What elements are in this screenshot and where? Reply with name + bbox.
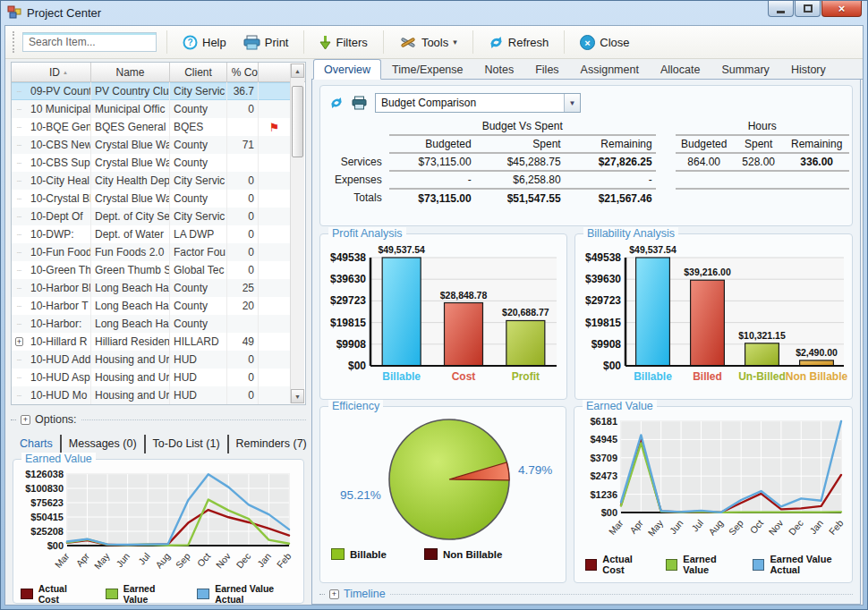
maximize-button[interactable] [795, 1, 821, 17]
svg-text:Oct: Oct [747, 518, 765, 536]
svg-text:Sep: Sep [727, 517, 745, 537]
table-row[interactable]: +10-Hillard RHilliard ResidenHILLARD49 [12, 333, 290, 351]
cell-flag [259, 172, 290, 190]
table-row[interactable]: ┄10-HUD AspHousing and UrHUD0 [12, 369, 290, 386]
table-row[interactable]: ┄10-Green ThGreen Thumb SGlobal Tec0 [12, 261, 290, 279]
minimize-icon [777, 11, 785, 13]
print-report-icon[interactable] [352, 96, 367, 110]
table-row[interactable]: ┄10-Harbor BlLong Beach HarCounty25 [12, 279, 290, 297]
scroll-up-button[interactable]: ▲ [291, 64, 304, 78]
chart-legend: Actual CostEarned ValueEarned Value Actu… [574, 552, 852, 575]
tab-summary[interactable]: Summary [711, 59, 779, 80]
svg-text:Dec: Dec [234, 551, 252, 571]
minimize-button[interactable] [768, 1, 794, 17]
grid-scrollbar[interactable]: ▲ ▼ [290, 64, 304, 403]
svg-text:Apr: Apr [73, 550, 91, 569]
search-input[interactable] [22, 32, 157, 52]
refresh-report-icon[interactable] [329, 96, 344, 110]
svg-text:$6181: $6181 [590, 416, 617, 427]
timeline-expand-icon[interactable]: + [329, 589, 339, 599]
table-row[interactable]: ┄10-BQE GenBQES GeneralBQES⚑ [12, 118, 290, 136]
toolbar-grip[interactable] [13, 31, 14, 53]
cell-flag [259, 136, 290, 154]
svg-text:Cost: Cost [452, 370, 476, 383]
column-header-name[interactable]: Name [91, 63, 170, 81]
svg-text:×: × [585, 37, 591, 47]
svg-text:Aug: Aug [706, 517, 725, 537]
table-row[interactable]: ┄10-HUD AddHousing and UrHUD0 [12, 351, 290, 369]
refresh-button[interactable]: Refresh [483, 31, 555, 54]
cell-name: Housing and Ur [91, 386, 170, 404]
svg-text:$49,537.54: $49,537.54 [629, 244, 677, 255]
table-row[interactable]: ┄10-CBS NewCrystal Blue WaCounty71 [12, 136, 290, 154]
close-window-button[interactable]: × [821, 1, 862, 17]
cell-flag [259, 351, 290, 369]
cell-percent-complete: 0 [227, 243, 259, 261]
cell-flag [259, 369, 290, 386]
earned-value-left-svg: $00$25208$50415$75623$100830$126038MarAp… [19, 469, 296, 578]
efficiency-svg: 95.21%4.79% [326, 416, 560, 543]
efficiency-pie-chart: 95.21%4.79% [320, 407, 566, 546]
table-row[interactable]: ┄10-Crystal BlCrystal Blue WaCounty0 [12, 190, 290, 208]
column-header-co[interactable]: % Co [227, 63, 259, 81]
svg-text:4.79%: 4.79% [518, 463, 552, 477]
tab-to-do[interactable]: To-Do List (1) [146, 435, 229, 453]
cell-name: Housing and Ur [91, 351, 170, 369]
table-row[interactable]: ┄10-Dept OfDept. of City SeCity Servic0 [12, 208, 290, 225]
tree-connector: ┄ [12, 100, 27, 118]
svg-text:$20,688.77: $20,688.77 [502, 307, 549, 318]
cell-name: Fun Foods 2.0 [91, 243, 170, 261]
table-row[interactable]: ┄10-Harbor:Long Beach HarCounty [12, 315, 290, 333]
cell-percent-complete: 0 [227, 100, 259, 118]
window-controls: × [767, 1, 862, 17]
row-label: Totals [331, 189, 389, 207]
help-button[interactable]: ? Help [177, 31, 232, 54]
tab-history[interactable]: History [780, 59, 837, 80]
table-row[interactable]: ┄10-Fun FoodFun Foods 2.0Factor Fou0 [12, 243, 290, 261]
col-header: Spent [475, 135, 565, 153]
svg-text:May: May [645, 517, 665, 538]
cell-name: Green Thumb S [91, 261, 170, 279]
table-row[interactable]: ┄10-City HealCity Health DepCity Servic0 [12, 172, 290, 190]
detail-panel: OverviewTime/ExpenseNotesFilesAssignment… [311, 60, 863, 605]
print-button[interactable]: Print [238, 31, 294, 54]
legend-swatch [331, 548, 345, 560]
tab-reminders[interactable]: Reminders (7) [229, 435, 316, 453]
table-row[interactable]: ┄10-CBS SupCrystal Blue WaCounty [12, 154, 290, 172]
tab-charts[interactable]: Charts [13, 435, 62, 453]
tab-allocate[interactable]: Allocate [650, 59, 711, 80]
cell-percent-complete: 49 [227, 333, 259, 351]
column-header-client[interactable]: Client [170, 63, 227, 81]
svg-text:Jan: Jan [807, 517, 825, 536]
table-row[interactable]: ┄10-DWP:Dept. of WaterLA DWP0 [12, 225, 290, 243]
svg-text:Jul: Jul [689, 518, 705, 534]
options-expand-icon[interactable]: + [21, 415, 30, 425]
table-row[interactable]: ┄10 MunicipalMunicipal OfficCounty0 [12, 100, 290, 118]
scroll-thumb[interactable] [292, 86, 303, 157]
tab-notes[interactable]: Notes [474, 59, 525, 80]
close-button[interactable]: × Close [574, 31, 634, 54]
expand-icon[interactable]: + [15, 337, 23, 346]
tab-assignment[interactable]: Assignment [570, 59, 650, 80]
tab-overview[interactable]: Overview [313, 59, 381, 80]
svg-text:Billable: Billable [634, 370, 672, 383]
tools-button[interactable]: Tools ▾ [394, 31, 463, 54]
filters-button[interactable]: Filters [314, 31, 372, 54]
table-row[interactable]: ┄10-Harbor TLong Beach HarCounty20 [12, 297, 290, 315]
report-select[interactable]: Budget Comparison ▼ [375, 93, 581, 113]
scroll-down-button[interactable]: ▼ [291, 389, 304, 403]
cell-client: County [170, 136, 227, 154]
tab-files[interactable]: Files [524, 59, 569, 80]
tab-messages[interactable]: Messages (0) [62, 435, 146, 453]
svg-text:$00: $00 [603, 360, 621, 372]
tab-timeexpense[interactable]: Time/Expense [381, 59, 473, 80]
column-header-id[interactable]: ID▲ [27, 63, 91, 81]
earned-value-chart-left: $00$25208$50415$75623$100830$126038MarAp… [13, 460, 303, 581]
select-arrow-icon[interactable]: ▼ [564, 94, 580, 112]
tree-connector: ┄ [12, 297, 27, 315]
tree-connector: ┄ [12, 154, 27, 172]
table-row[interactable]: ┄10-HUD MoHousing and UrHUD0 [12, 386, 290, 404]
table-row[interactable]: ┄09-PV CountPV Country CluCity Servic36.… [12, 82, 290, 100]
legend-label: Earned Value [123, 583, 182, 605]
project-grid: ID▲NameClient% Co ┄09-PV CountPV Country… [11, 62, 306, 405]
